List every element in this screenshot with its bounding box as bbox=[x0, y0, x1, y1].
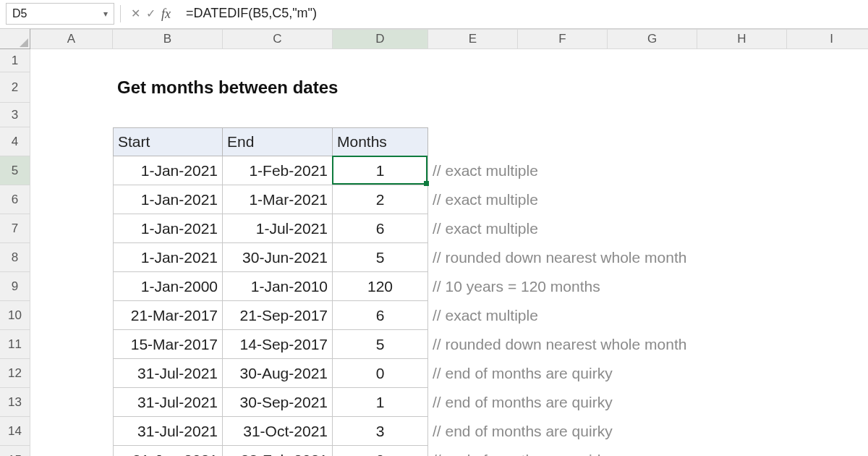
cell-A13[interactable] bbox=[30, 388, 113, 417]
months-cell[interactable]: 6 bbox=[333, 301, 428, 330]
row-header-5[interactable]: 5 bbox=[0, 156, 30, 185]
cell-H2[interactable] bbox=[697, 72, 787, 103]
row-header-2[interactable]: 2 bbox=[0, 72, 30, 103]
months-cell[interactable]: 2 bbox=[333, 185, 428, 214]
row-header-4[interactable]: 4 bbox=[0, 127, 30, 156]
start-cell[interactable]: 1-Jan-2021 bbox=[113, 243, 223, 272]
row-header-9[interactable]: 9 bbox=[0, 272, 30, 301]
months-cell[interactable]: 0 bbox=[333, 359, 428, 388]
row-header-15[interactable]: 15 bbox=[0, 446, 30, 456]
start-cell[interactable]: 31-Jul-2021 bbox=[113, 359, 223, 388]
start-cell[interactable]: 21-Mar-2017 bbox=[113, 301, 223, 330]
col-header-G[interactable]: G bbox=[608, 29, 697, 49]
months-cell[interactable]: 1 bbox=[333, 388, 428, 417]
cell-B1[interactable] bbox=[113, 49, 223, 72]
spreadsheet-grid[interactable]: ABCDEFGHIJ12Get months between dates34St… bbox=[0, 29, 868, 456]
formula-input[interactable]: =DATEDIF(B5,C5,"m") bbox=[179, 4, 862, 24]
cell-D1[interactable] bbox=[333, 49, 428, 72]
cell-F3[interactable] bbox=[518, 103, 608, 127]
start-cell[interactable]: 1-Jan-2021 bbox=[113, 214, 223, 243]
end-cell[interactable]: 1-Feb-2021 bbox=[223, 156, 333, 185]
cell-A12[interactable] bbox=[30, 359, 113, 388]
cell-C3[interactable] bbox=[223, 103, 333, 127]
row-header-1[interactable]: 1 bbox=[0, 49, 30, 72]
row-header-11[interactable]: 11 bbox=[0, 330, 30, 359]
start-cell[interactable]: 31-Jul-2021 bbox=[113, 388, 223, 417]
start-cell[interactable]: 15-Mar-2017 bbox=[113, 330, 223, 359]
end-cell[interactable]: 30-Aug-2021 bbox=[223, 359, 333, 388]
cell-E4[interactable] bbox=[428, 127, 518, 156]
cell-A3[interactable] bbox=[30, 103, 113, 127]
cell-H1[interactable] bbox=[697, 49, 787, 72]
start-cell[interactable]: 1-Jan-2000 bbox=[113, 272, 223, 301]
cell-A5[interactable] bbox=[30, 156, 113, 185]
row-header-3[interactable]: 3 bbox=[0, 103, 30, 127]
row-header-7[interactable]: 7 bbox=[0, 214, 30, 243]
enter-icon[interactable]: ✓ bbox=[146, 8, 156, 20]
col-header-B[interactable]: B bbox=[113, 29, 223, 49]
chevron-down-icon[interactable]: ▾ bbox=[103, 9, 108, 19]
select-all-corner[interactable] bbox=[0, 29, 30, 49]
fx-icon[interactable]: fx bbox=[161, 7, 171, 20]
col-header-A[interactable]: A bbox=[30, 29, 113, 49]
cell-B3[interactable] bbox=[113, 103, 223, 127]
col-header-I[interactable]: I bbox=[787, 29, 868, 49]
months-cell[interactable]: 3 bbox=[333, 417, 428, 446]
cell-C1[interactable] bbox=[223, 49, 333, 72]
cell-A10[interactable] bbox=[30, 301, 113, 330]
cell-H3[interactable] bbox=[697, 103, 787, 127]
end-cell[interactable]: 30-Jun-2021 bbox=[223, 243, 333, 272]
end-cell[interactable]: 14-Sep-2017 bbox=[223, 330, 333, 359]
end-cell[interactable]: 1-Mar-2021 bbox=[223, 185, 333, 214]
cell-G4[interactable] bbox=[608, 127, 697, 156]
col-header-D[interactable]: D bbox=[333, 29, 428, 49]
row-header-13[interactable]: 13 bbox=[0, 388, 30, 417]
start-cell[interactable]: 31-Jul-2021 bbox=[113, 417, 223, 446]
name-box[interactable]: D5 ▾ bbox=[6, 3, 114, 25]
row-header-10[interactable]: 10 bbox=[0, 301, 30, 330]
col-header-H[interactable]: H bbox=[697, 29, 787, 49]
cell-A8[interactable] bbox=[30, 243, 113, 272]
cell-G3[interactable] bbox=[608, 103, 697, 127]
end-cell[interactable]: 1-Jan-2010 bbox=[223, 272, 333, 301]
cell-A14[interactable] bbox=[30, 417, 113, 446]
end-cell[interactable]: 28-Feb-2021 bbox=[223, 446, 333, 456]
end-cell[interactable]: 30-Sep-2021 bbox=[223, 388, 333, 417]
cell-G2[interactable] bbox=[608, 72, 697, 103]
col-header-C[interactable]: C bbox=[223, 29, 333, 49]
cell-A1[interactable] bbox=[30, 49, 113, 72]
cell-A7[interactable] bbox=[30, 214, 113, 243]
cell-I3[interactable] bbox=[787, 103, 868, 127]
start-cell[interactable]: 1-Jan-2021 bbox=[113, 185, 223, 214]
cell-E2[interactable] bbox=[428, 72, 518, 103]
months-cell[interactable]: 5 bbox=[333, 330, 428, 359]
end-cell[interactable]: 31-Oct-2021 bbox=[223, 417, 333, 446]
start-cell[interactable]: 1-Jan-2021 bbox=[113, 156, 223, 185]
cell-A2[interactable] bbox=[30, 72, 113, 103]
cell-F2[interactable] bbox=[518, 72, 608, 103]
row-header-14[interactable]: 14 bbox=[0, 417, 30, 446]
cancel-icon[interactable]: ✕ bbox=[131, 8, 140, 20]
col-header-F[interactable]: F bbox=[518, 29, 608, 49]
months-cell[interactable]: 0 bbox=[333, 446, 428, 456]
months-cell[interactable]: 1 bbox=[333, 156, 428, 185]
months-cell[interactable]: 6 bbox=[333, 214, 428, 243]
row-header-12[interactable]: 12 bbox=[0, 359, 30, 388]
cell-G1[interactable] bbox=[608, 49, 697, 72]
col-header-E[interactable]: E bbox=[428, 29, 518, 49]
cell-A15[interactable] bbox=[30, 446, 113, 456]
cell-I2[interactable] bbox=[787, 72, 868, 103]
cell-A9[interactable] bbox=[30, 272, 113, 301]
end-cell[interactable]: 21-Sep-2017 bbox=[223, 301, 333, 330]
row-header-6[interactable]: 6 bbox=[0, 185, 30, 214]
cell-A6[interactable] bbox=[30, 185, 113, 214]
cell-H4[interactable] bbox=[697, 127, 787, 156]
cell-F4[interactable] bbox=[518, 127, 608, 156]
cell-I4[interactable] bbox=[787, 127, 868, 156]
cell-I1[interactable] bbox=[787, 49, 868, 72]
start-cell[interactable]: 31-Jan-2021 bbox=[113, 446, 223, 456]
cell-F1[interactable] bbox=[518, 49, 608, 72]
months-cell[interactable]: 120 bbox=[333, 272, 428, 301]
cell-D3[interactable] bbox=[333, 103, 428, 127]
cell-E3[interactable] bbox=[428, 103, 518, 127]
